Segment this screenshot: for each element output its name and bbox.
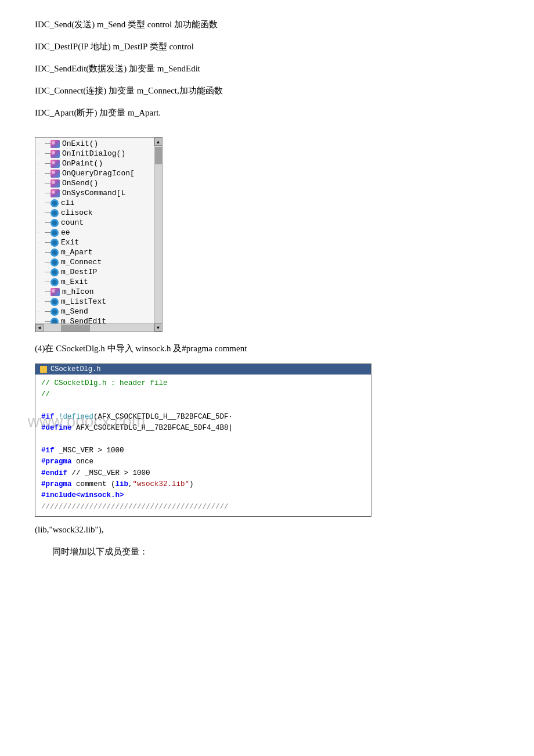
text-line-4: IDC_Connect(连接) 加变量 m_Connect,加功能函数	[35, 84, 499, 98]
method-icon	[50, 160, 60, 168]
tree-branch	[38, 163, 50, 164]
tree-branch	[38, 321, 50, 322]
tree-branch	[38, 301, 50, 302]
code-line-3: #if !defined(AFX_CSOCKETDLG_H__7B2BFCAE_…	[41, 412, 365, 423]
field-icon	[50, 278, 59, 286]
tree-branch	[38, 262, 50, 262]
scroll-left-arrow[interactable]: ◄	[35, 324, 44, 332]
text-line-2: IDC_DestIP(IP 地址) m_DestIP 类型 control	[35, 39, 499, 53]
text-line-1: IDC_Send(发送) m_Send 类型 control 加功能函数	[35, 17, 499, 31]
tree-item-exit: Exit	[35, 237, 162, 247]
tree-branch	[38, 291, 50, 292]
tree-item-onsend: OnSend()	[35, 178, 162, 188]
scroll-thumb[interactable]	[155, 147, 162, 164]
tree-branch	[38, 252, 50, 253]
tree-item-m-exit: m_Exit	[35, 277, 162, 287]
tree-item-onquerydragicon: OnQueryDragIcon[	[35, 168, 162, 178]
tree-item-count: count	[35, 218, 162, 228]
tree-item-onsyscommand: OnSysCommand[L	[35, 188, 162, 198]
scroll-up-arrow[interactable]: ▲	[154, 138, 163, 146]
method-icon	[50, 140, 60, 148]
tree-item-clisock: clisock	[35, 208, 162, 218]
code-title-bar: CSocketDlg.h	[35, 364, 371, 375]
tree-branch	[38, 222, 50, 223]
text-line-3: IDC_SendEdit(数据发送) 加变量 m_SendEdit	[35, 62, 499, 75]
tree-item-m-destip: m_DestIP	[35, 267, 162, 277]
method-icon	[50, 150, 60, 158]
text-line-5: IDC_Apart(断开) 加变量 m_Apart.	[35, 106, 499, 120]
h-scroll-thumb[interactable]	[61, 325, 90, 332]
code-line-6: #pragma once	[41, 456, 365, 467]
code-blank-1	[41, 400, 365, 411]
scrollbar[interactable]: ▲ ▼	[154, 138, 162, 332]
tree-item-m-hicon: m_hIcon	[35, 287, 162, 297]
field-icon	[50, 199, 59, 207]
code-line-8: #pragma comment (lib,"wsock32.lib")	[41, 479, 365, 490]
page-content: IDC_Send(发送) m_Send 类型 control 加功能函数 IDC…	[35, 17, 499, 559]
code-file-icon	[40, 366, 47, 373]
tree-branch	[38, 232, 50, 233]
lib-text: (lib,"wsock32.lib"),	[35, 523, 499, 538]
tree-item-m-apart: m_Apart	[35, 247, 162, 257]
tree-branch	[38, 213, 50, 213]
code-line-2: //	[41, 389, 365, 400]
method-icon	[50, 179, 60, 188]
field-icon	[50, 229, 59, 237]
tree-item-cli: cli	[35, 198, 162, 208]
bottom-text: 同时增加以下成员变量：	[35, 545, 499, 560]
tree-item-m-listtext: m_ListText	[35, 297, 162, 307]
field-icon	[50, 298, 59, 306]
tree-branch	[38, 153, 50, 154]
tree-branch	[38, 242, 50, 243]
field-icon	[50, 219, 59, 227]
tree-branch	[38, 203, 50, 203]
tree-item-m-send: m_Send	[35, 307, 162, 316]
panel-wrapper: OnExit() OnInitDialog() OnPaint() OnQuer…	[35, 128, 163, 341]
field-icon	[50, 209, 59, 217]
code-line-5: #if _MSC_VER > 1000	[41, 445, 365, 456]
tree-branch	[38, 272, 50, 272]
tree-item-m-connect: m_Connect	[35, 257, 162, 267]
section-label: (4)在 CSocketDlg.h 中导入 winsock.h 及#pragma…	[35, 341, 499, 357]
scroll-down-arrow[interactable]: ▼	[154, 323, 163, 332]
tree-branch	[38, 143, 50, 144]
tree-item-onexit: OnExit()	[35, 139, 162, 149]
code-body: // CSocketDlg.h : header file // #if !de…	[35, 375, 371, 517]
field-icon	[50, 249, 59, 257]
tree-branch	[38, 193, 50, 193]
code-line-9: #include<winsock.h>	[41, 490, 365, 501]
tree-branch	[38, 173, 50, 174]
field-icon	[50, 258, 59, 267]
class-panel[interactable]: OnExit() OnInitDialog() OnPaint() OnQuer…	[35, 137, 163, 332]
tree-item-onpaint: OnPaint()	[35, 159, 162, 168]
class-panel-inner: OnExit() OnInitDialog() OnPaint() OnQuer…	[35, 138, 162, 323]
tree-branch	[38, 282, 50, 282]
tree-item-oninitdialog: OnInitDialog()	[35, 149, 162, 159]
method-icon	[50, 288, 60, 296]
tree-branch	[38, 183, 50, 183]
code-line-10: ////////////////////////////////////////…	[41, 502, 365, 513]
code-line-7: #endif // _MSC_VER > 1000	[41, 468, 365, 479]
tree-item-m-sendedit: m_SendEdit	[35, 316, 162, 323]
h-scrollbar[interactable]: ◄ ►	[35, 323, 162, 332]
field-icon	[50, 268, 59, 276]
method-icon	[50, 189, 60, 197]
field-icon	[50, 308, 59, 316]
field-icon	[50, 239, 59, 247]
tree-item-ee: ee	[35, 228, 162, 237]
code-line-4: #define AFX_CSOCKETDLG_H__7B2BFCAE_5DF4_…	[41, 423, 365, 434]
tree-branch	[38, 311, 50, 312]
method-icon	[50, 170, 60, 178]
field-icon	[50, 318, 59, 324]
code-title-text: CSocketDlg.h	[50, 365, 100, 373]
code-line-1: // CSocketDlg.h : header file	[41, 378, 365, 389]
code-blank-2	[41, 434, 365, 445]
h-scroll-track	[44, 324, 154, 332]
code-container: CSocketDlg.h // CSocketDlg.h : header fi…	[35, 363, 371, 517]
